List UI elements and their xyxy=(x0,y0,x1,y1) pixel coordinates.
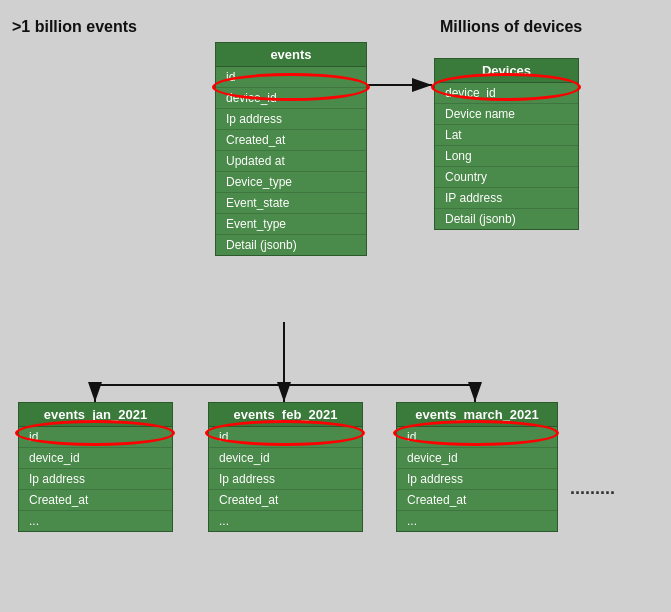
events-row-device-id: device_id xyxy=(216,88,366,109)
events-march-row-created: Created_at xyxy=(397,490,557,511)
events-march-header: events_march_2021 xyxy=(397,403,557,427)
events-jan-header: events_jan_2021 xyxy=(19,403,172,427)
events-march-row-device-id: device_id xyxy=(397,448,557,469)
events-jan-row-device-id: device_id xyxy=(19,448,172,469)
events-jan-row-ip: Ip address xyxy=(19,469,172,490)
devices-table-header: Devices xyxy=(435,59,578,83)
events-feb-table: events_feb_2021 id device_id Ip address … xyxy=(208,402,363,532)
devices-row-device-name: Device name xyxy=(435,104,578,125)
events-feb-row-ip: Ip address xyxy=(209,469,362,490)
devices-row-country: Country xyxy=(435,167,578,188)
events-row-event-state: Event_state xyxy=(216,193,366,214)
devices-row-detail: Detail (jsonb) xyxy=(435,209,578,229)
events-feb-row-device-id: device_id xyxy=(209,448,362,469)
events-jan-row-id: id xyxy=(19,427,172,448)
events-row-detail: Detail (jsonb) xyxy=(216,235,366,255)
events-jan-table: events_jan_2021 id device_id Ip address … xyxy=(18,402,173,532)
devices-row-lat: Lat xyxy=(435,125,578,146)
events-row-event-type: Event_type xyxy=(216,214,366,235)
devices-row-ip: IP address xyxy=(435,188,578,209)
events-feb-header: events_feb_2021 xyxy=(209,403,362,427)
events-row-created: Created_at xyxy=(216,130,366,151)
devices-row-device-id: device_id xyxy=(435,83,578,104)
events-row-ip: Ip address xyxy=(216,109,366,130)
events-row-updated: Updated at xyxy=(216,151,366,172)
events-march-row-ip: Ip address xyxy=(397,469,557,490)
events-march-row-id: id xyxy=(397,427,557,448)
millions-devices-label: Millions of devices xyxy=(440,18,582,36)
events-march-table: events_march_2021 id device_id Ip addres… xyxy=(396,402,558,532)
diagram-container: >1 billion events Millions of devices ev… xyxy=(0,0,671,612)
events-jan-row-created: Created_at xyxy=(19,490,172,511)
events-row-device-type: Device_type xyxy=(216,172,366,193)
events-jan-row-dots: ... xyxy=(19,511,172,531)
events-feb-row-id: id xyxy=(209,427,362,448)
events-feb-row-dots: ... xyxy=(209,511,362,531)
events-table: events id device_id Ip address Created_a… xyxy=(215,42,367,256)
devices-row-long: Long xyxy=(435,146,578,167)
events-table-header: events xyxy=(216,43,366,67)
events-row-id: id xyxy=(216,67,366,88)
events-march-row-dots: ... xyxy=(397,511,557,531)
devices-table: Devices device_id Device name Lat Long C… xyxy=(434,58,579,230)
events-feb-row-created: Created_at xyxy=(209,490,362,511)
billion-events-label: >1 billion events xyxy=(12,18,137,36)
ellipsis-label: ......... xyxy=(570,478,615,499)
